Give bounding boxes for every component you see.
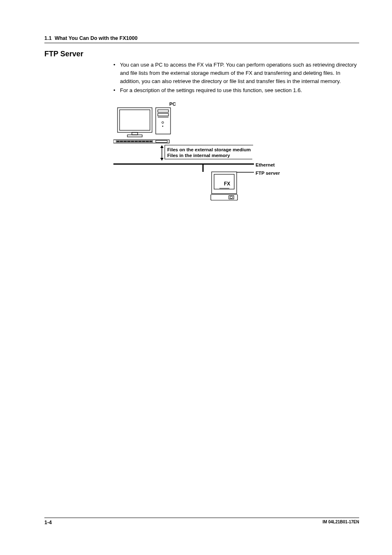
section-title: What You Can Do with the FX1000 [55, 35, 138, 41]
page-footer: 1-4 IM 04L21B01-17EN [44, 518, 359, 525]
bullet-icon: • [113, 86, 120, 95]
svg-rect-34 [211, 194, 238, 200]
svg-rect-31 [212, 172, 237, 194]
bullet-text: You can use a PC to access the FX via FT… [120, 61, 359, 86]
bullet-item: • You can use a PC to access the FX via … [113, 61, 359, 86]
subheading-ftp-server: FTP Server [44, 50, 359, 58]
bullet-text: For a description of the settings requir… [120, 86, 359, 95]
svg-rect-3 [127, 135, 142, 137]
svg-point-36 [230, 196, 233, 199]
svg-rect-1 [120, 110, 150, 130]
page-number: 1-4 [44, 520, 52, 525]
svg-rect-32 [214, 174, 234, 189]
svg-rect-22 [156, 140, 167, 142]
document-id: IM 04L21B01-17EN [323, 520, 359, 524]
section-header: 1.1 What You Can Do with the FX1000 [44, 35, 359, 43]
svg-point-9 [162, 125, 164, 127]
section-number: 1.1 [44, 35, 52, 41]
body-block: • You can use a PC to access the FX via … [113, 61, 359, 216]
bullet-item: • For a description of the settings requ… [113, 86, 359, 95]
svg-rect-5 [158, 110, 168, 112]
svg-marker-23 [160, 145, 164, 148]
bullet-icon: • [113, 61, 120, 86]
svg-marker-25 [160, 158, 164, 161]
diagram-svg [113, 101, 290, 208]
svg-rect-2 [132, 132, 138, 135]
svg-point-8 [162, 121, 164, 123]
svg-rect-6 [158, 113, 168, 116]
svg-rect-0 [118, 108, 152, 132]
ftp-diagram: PC Files on the external storage medium … [113, 101, 359, 216]
